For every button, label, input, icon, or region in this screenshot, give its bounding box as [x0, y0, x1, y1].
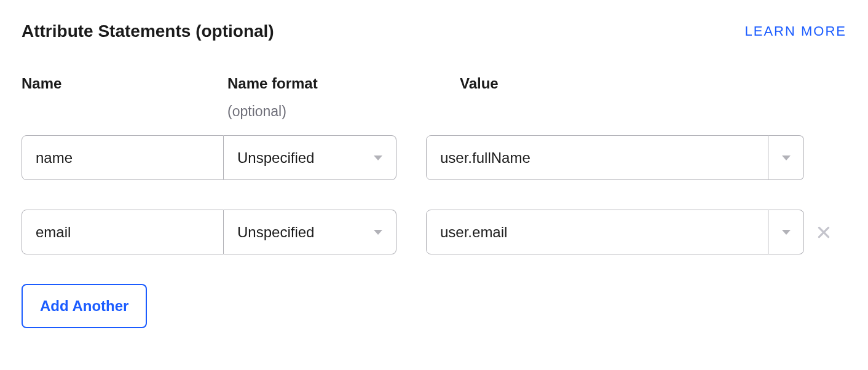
column-header-format-label: Name format	[227, 75, 430, 92]
attribute-format-value: Unspecified	[237, 224, 314, 241]
section-title: Attribute Statements (optional)	[22, 22, 274, 41]
chevron-down-icon	[374, 230, 382, 235]
add-another-button[interactable]: Add Another	[22, 284, 147, 328]
section-header: Attribute Statements (optional) LEARN MO…	[22, 22, 846, 41]
attribute-name-input[interactable]	[22, 210, 224, 254]
attribute-value-input[interactable]	[426, 210, 768, 254]
column-header-name: Name	[22, 75, 227, 120]
attribute-value-dropdown[interactable]	[768, 135, 804, 180]
attribute-format-value: Unspecified	[237, 149, 314, 167]
close-icon	[816, 224, 832, 240]
attribute-format-select[interactable]: Unspecified	[224, 210, 397, 254]
attribute-row: Unspecified	[22, 135, 846, 180]
chevron-down-icon	[782, 155, 791, 160]
column-header-value: Value	[460, 75, 499, 120]
columns-header: Name Name format (optional) Value	[22, 75, 846, 120]
chevron-down-icon	[782, 230, 791, 235]
column-header-format: Name format (optional)	[227, 75, 430, 120]
attribute-value-dropdown[interactable]	[768, 210, 804, 254]
attribute-row: Unspecified	[22, 210, 846, 254]
column-header-format-optional: (optional)	[227, 103, 430, 120]
learn-more-link[interactable]: LEARN MORE	[745, 23, 846, 39]
attribute-value-input[interactable]	[426, 135, 768, 180]
attribute-name-input[interactable]	[22, 135, 224, 180]
attribute-format-select[interactable]: Unspecified	[224, 135, 397, 180]
remove-row-button[interactable]	[815, 224, 832, 241]
chevron-down-icon	[374, 155, 382, 160]
